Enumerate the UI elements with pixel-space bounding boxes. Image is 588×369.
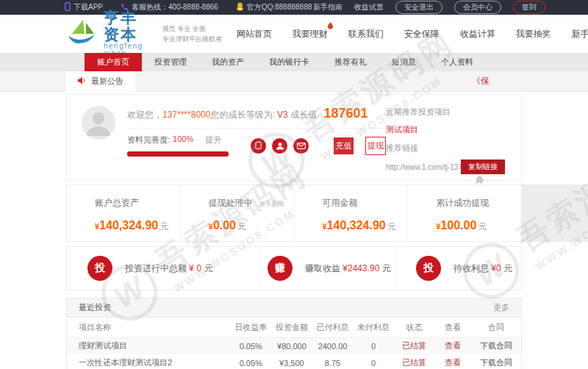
cell-paid-interest: 8.75	[312, 354, 354, 369]
stats-filler	[522, 184, 588, 242]
stat-label: 账户总资产	[95, 198, 139, 208]
recharge-button[interactable]: 充值	[334, 137, 354, 154]
download-contract-link[interactable]: 下载合同	[471, 337, 521, 354]
tab-account-home[interactable]: 账户首页	[85, 53, 142, 71]
qq-icon	[236, 2, 244, 12]
welcome-divider	[127, 128, 386, 129]
summary-value: ¥0	[491, 263, 501, 273]
nav-item-security[interactable]: 安全保障	[394, 28, 450, 40]
investments-table: 项目名称 日收益率 投资金额 已付利息 未付利息 状态 查看 合同 理财测试项目…	[67, 318, 521, 369]
user-phone: 137****8000	[162, 110, 210, 120]
cell-project-name: 一次性还本理财测试项目2	[67, 354, 230, 369]
col-paid-interest: 已付利息	[312, 318, 354, 337]
earn-badge-icon: 赚	[268, 256, 293, 281]
summary-investing: 投 投资进行中总额 ¥ 0 元	[67, 247, 259, 290]
logout-button[interactable]: 安全退出	[395, 1, 442, 14]
identity-verified-icon[interactable]	[272, 138, 287, 154]
summary-earned: 赚 赚取收益 ¥2443.90 元	[259, 247, 396, 290]
tab-my-assets[interactable]: 我的资产	[199, 53, 257, 71]
download-contract-link[interactable]: 下载合同	[471, 354, 521, 369]
stat-value: 140,324.90	[99, 219, 158, 232]
phone-verified-icon[interactable]	[251, 138, 266, 154]
topbar: 下载APP 客服热线：400-8888-8866 官方QQ:888888888 …	[0, 0, 588, 15]
stat-withdraw-processing: 提现处理中当天到账 ¥0.00元	[180, 185, 294, 241]
nav-item-help[interactable]: 新手帮助	[562, 28, 588, 40]
col-view: 查看	[435, 318, 471, 337]
recent-investments: 最近投资 更多 项目名称 日收益率 投资金额 已付利息 未付利息 状态 查看 合…	[66, 298, 522, 369]
profile-progress-bar	[127, 151, 229, 157]
avatar[interactable]	[82, 106, 115, 140]
stat-available-balance: 可用金额 ¥140,324.90元	[294, 185, 408, 241]
brand-name-cn: 亨丰资本	[104, 10, 143, 42]
user-level: V3	[277, 110, 288, 120]
col-daily-rate: 日收益率	[230, 318, 271, 337]
verification-icons	[251, 138, 309, 154]
view-link[interactable]: 查看	[435, 354, 471, 369]
more-link[interactable]: 更多	[493, 302, 509, 313]
stat-label: 提现处理中	[209, 198, 253, 208]
guide-link[interactable]: 新手指南	[313, 2, 343, 12]
col-amount: 投资金额	[271, 318, 312, 337]
hotline-label: 客服热线：400-8888-8866	[132, 2, 218, 12]
stat-total-withdrawn: 累计成功提现 ¥100.00元	[407, 185, 521, 241]
download-app-link[interactable]: 下载APP	[65, 2, 103, 12]
referral-url: http://www.1.com/tj-13700138...	[386, 163, 461, 171]
cell-unpaid-interest: 0	[353, 354, 394, 369]
tab-my-bankcard[interactable]: 我的银行卡	[257, 53, 322, 71]
email-verified-icon[interactable]	[293, 138, 309, 154]
cell-status: 已结算	[394, 337, 435, 354]
withdraw-button[interactable]: 提现	[365, 137, 386, 155]
summary-value: ¥2443.90	[343, 263, 379, 273]
recommend-project-link[interactable]: 测试项目	[386, 124, 509, 135]
nav-item-invest[interactable]: 我要理财	[282, 28, 338, 40]
summary-pending-interest: 投 待收利息 ¥0 元	[396, 247, 521, 290]
stat-unit: 元	[478, 222, 487, 231]
tab-invest-manage[interactable]: 投资管理	[142, 53, 199, 71]
member-center-button[interactable]: 会员中心	[454, 1, 501, 14]
official-qq: 官方QQ:888888888	[236, 2, 312, 12]
copy-link-button[interactable]: 复制链接	[461, 160, 505, 174]
summary-label: 投资进行中总额	[125, 263, 187, 273]
announcement-tab-label: 最新公告	[91, 76, 123, 87]
invest-badge-icon: 投	[87, 256, 112, 281]
slogan: 规范 专业 全面 专业理财平台领航者	[162, 24, 222, 45]
yield-calc-link[interactable]: 收益试算	[354, 2, 384, 12]
stat-hint: 当天到账	[259, 200, 285, 207]
nav-item-contact[interactable]: 联系我们	[338, 28, 394, 40]
nav-item-lottery[interactable]: 我要抽奖	[506, 28, 562, 40]
qq-label: 官方QQ:888888888	[247, 2, 312, 12]
tab-profile[interactable]: 个人资料	[429, 53, 486, 71]
brand[interactable]: 亨丰资本 hengfeng ziben	[104, 10, 143, 57]
col-unpaid-interest: 未付利息	[353, 318, 394, 337]
nav-item-yield[interactable]: 收益计算	[450, 28, 506, 40]
table-header-row: 项目名称 日收益率 投资金额 已付利息 未付利息 状态 查看 合同	[67, 318, 521, 337]
cell-daily-rate: 0.05%	[230, 354, 271, 369]
summary-unit: 元	[382, 263, 391, 273]
recommend-title: 近期推荐投资项目	[386, 107, 509, 118]
main-nav: 网站首页 我要理财 联系我们 安全保障 收益计算 我要抽奖 新手帮助	[226, 28, 588, 40]
account-stats: 账户总资产 ¥140,324.90元 提现处理中当天到账 ¥0.00元 可用金额…	[66, 184, 588, 242]
growth-label: 成长值	[290, 110, 317, 120]
cell-unpaid-interest: 0	[353, 337, 394, 354]
recommend-panel: 近期推荐投资项目 测试项目 推荐链接 http://www.1.com/tj-1…	[386, 106, 509, 171]
cell-paid-interest: 2400.00	[312, 337, 354, 354]
nav-item-home[interactable]: 网站首页	[226, 28, 282, 40]
tab-referral[interactable]: 推荐有礼	[322, 53, 379, 71]
stat-label: 可用金额	[323, 198, 358, 208]
signin-button[interactable]: 签到	[513, 1, 545, 14]
summary-unit: 元	[204, 263, 212, 273]
table-title: 最近投资	[79, 302, 111, 313]
referral-link-label: 推荐链接	[386, 143, 509, 154]
announcement-ticker[interactable]: 《保	[472, 75, 490, 87]
tab-messages[interactable]: 短消息	[379, 53, 429, 71]
announcement-tab[interactable]: 最新公告	[66, 71, 135, 92]
speaker-icon	[78, 76, 87, 86]
view-link[interactable]: 查看	[435, 337, 471, 354]
cell-project-name: 理财测试项目	[67, 337, 230, 354]
cell-amount: ¥80,000	[271, 337, 312, 354]
summary-label: 赚取收益	[305, 263, 340, 273]
growth-value: 187601	[323, 106, 368, 121]
slogan-line-1: 规范 专业 全面	[162, 24, 222, 34]
improve-link[interactable]: 提升	[205, 135, 221, 146]
cell-daily-rate: 0.05%	[230, 337, 271, 354]
